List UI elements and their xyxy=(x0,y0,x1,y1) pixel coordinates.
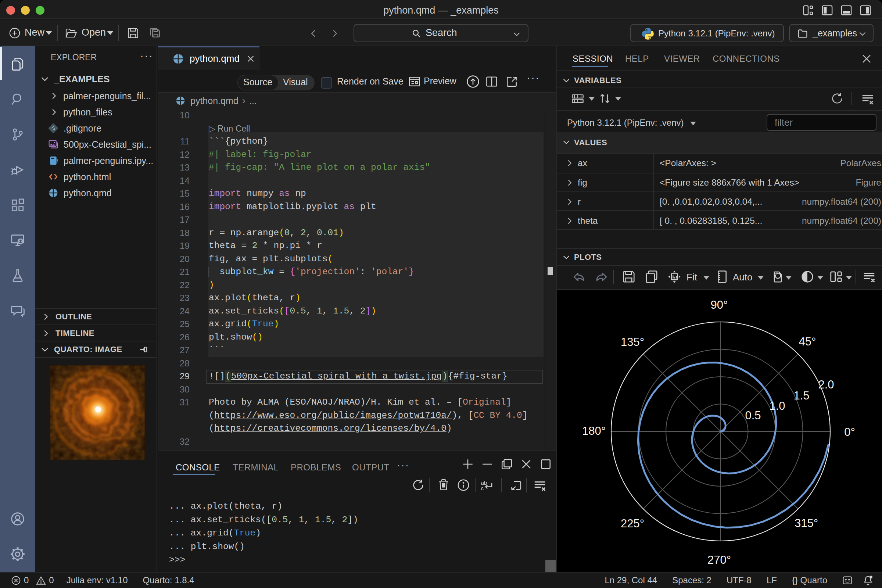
svg-text:2.0: 2.0 xyxy=(818,378,834,391)
svg-text:135°: 135° xyxy=(621,336,644,348)
svg-text:1.0: 1.0 xyxy=(769,399,785,412)
svg-text:270°: 270° xyxy=(707,554,731,566)
svg-text:90°: 90° xyxy=(711,298,728,311)
svg-text:45°: 45° xyxy=(799,335,816,348)
svg-text:0°: 0° xyxy=(844,426,855,438)
svg-text:c: c xyxy=(481,485,484,491)
svg-text:225°: 225° xyxy=(621,517,644,530)
svg-text:315°: 315° xyxy=(795,517,818,530)
svg-text:180°: 180° xyxy=(582,424,606,437)
svg-text:1.5: 1.5 xyxy=(794,389,809,402)
svg-text:0.5: 0.5 xyxy=(745,409,761,422)
